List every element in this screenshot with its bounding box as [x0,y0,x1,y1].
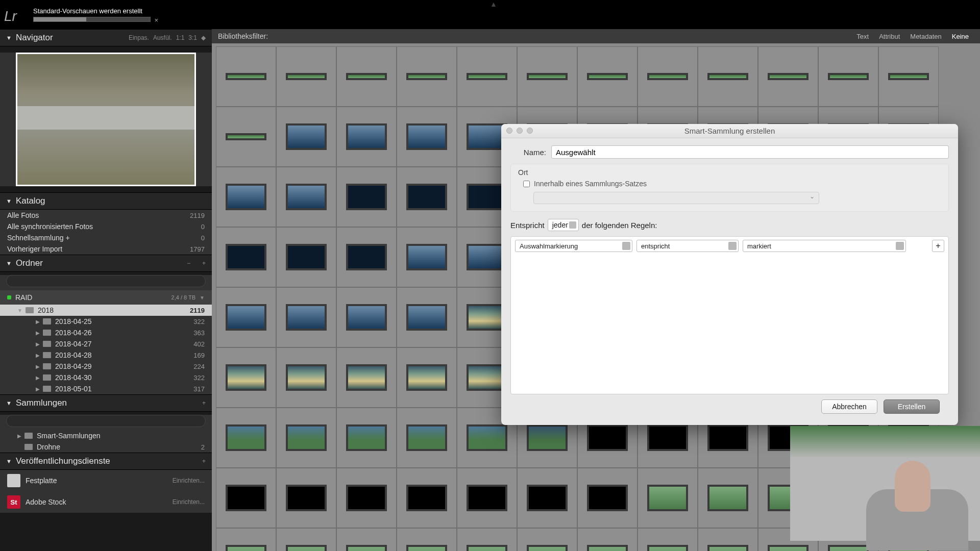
rule-operator-select[interactable]: entspricht [636,240,739,252]
thumbnail-cell[interactable] [638,468,698,528]
catalog-item-previous[interactable]: Vorheriger Import1797 [0,243,212,255]
zoom-window-icon[interactable] [527,128,533,134]
zoom-more-icon[interactable]: ◆ [201,34,206,41]
catalog-item-synced[interactable]: Alle synchronisierten Fotos0 [0,221,212,232]
thumbnail-cell[interactable] [878,46,939,107]
catalog-item-all[interactable]: Alle Fotos2119 [0,210,212,221]
thumbnail-cell[interactable] [276,46,336,107]
thumbnail-cell[interactable] [216,227,276,287]
thumbnail-cell[interactable] [397,46,457,107]
zoom-1-1[interactable]: 1:1 [176,34,185,41]
thumbnail-cell[interactable] [276,408,336,468]
collection-search-input[interactable] [6,415,206,427]
folders-panel-header[interactable]: ▼ Ordner − + [0,255,212,272]
catalog-item-quick[interactable]: Schnellsammlung +0 [0,232,212,243]
zoom-fit[interactable]: Einpas. [129,34,149,41]
thumbnail-cell[interactable] [216,408,276,468]
cancel-task-icon[interactable]: × [154,16,158,24]
disclosure-icon[interactable]: ▶ [36,330,40,336]
folder-item[interactable]: ▶2018-04-25322 [0,316,212,327]
thumbnail-cell[interactable] [397,528,457,551]
filter-metadata[interactable]: Metadaten [910,33,941,40]
thumbnail-cell[interactable] [216,347,276,408]
thumbnail-cell[interactable] [336,167,397,227]
thumbnail-cell[interactable] [276,107,336,167]
folder-item[interactable]: ▶2018-04-26363 [0,327,212,338]
collections-panel-header[interactable]: ▼ Sammlungen + [0,394,212,412]
close-window-icon[interactable] [506,128,512,134]
thumbnail-cell[interactable] [698,46,758,107]
thumbnail-cell[interactable] [216,167,276,227]
publish-service-adobestock[interactable]: St Adobe Stock Einrichten... [0,491,212,513]
folder-root[interactable]: ▼ 2018 2119 [0,305,212,316]
cancel-button[interactable]: Abbrechen [821,399,877,414]
thumbnail-cell[interactable] [397,287,457,347]
collection-drone[interactable]: ▶Drohne2 [0,441,212,453]
dialog-titlebar[interactable]: Smart-Sammlung erstellen [501,124,958,138]
create-button[interactable]: Erstellen [884,399,940,414]
add-folder-icon[interactable]: + [202,260,206,267]
thumbnail-cell[interactable] [336,287,397,347]
thumbnail-cell[interactable] [397,347,457,408]
folder-item[interactable]: ▶2018-05-01317 [0,383,212,394]
thumbnail-cell[interactable] [577,528,638,551]
setup-link[interactable]: Einrichten... [173,498,205,506]
add-service-icon[interactable]: + [202,458,206,465]
folder-search-input[interactable] [6,275,206,287]
thumbnail-cell[interactable] [457,528,517,551]
filter-attribute[interactable]: Attribut [879,33,900,40]
thumbnail-cell[interactable] [216,468,276,528]
thumbnail-cell[interactable] [397,107,457,167]
disclosure-icon[interactable]: ▼ [17,308,22,313]
zoom-fill[interactable]: Ausfül. [153,34,172,41]
disclosure-icon[interactable]: ▶ [17,433,21,439]
thumbnail-cell[interactable] [397,167,457,227]
thumbnail-cell[interactable] [397,227,457,287]
thumbnail-cell[interactable] [457,46,517,107]
thumbnail-cell[interactable] [397,468,457,528]
name-input[interactable] [551,145,949,159]
thumbnail-cell[interactable] [276,528,336,551]
thumbnail-cell[interactable] [216,287,276,347]
thumbnail-cell[interactable] [336,408,397,468]
inside-set-checkbox[interactable] [523,181,530,187]
folder-item[interactable]: ▶2018-04-30322 [0,372,212,383]
thumbnail-cell[interactable] [336,468,397,528]
thumbnail-cell[interactable] [216,528,276,551]
thumbnail-cell[interactable] [276,347,336,408]
thumbnail-cell[interactable] [758,46,818,107]
folder-item[interactable]: ▶2018-04-28169 [0,349,212,361]
disclosure-icon[interactable]: ▶ [36,386,40,392]
thumbnail-cell[interactable] [216,46,276,107]
thumbnail-cell[interactable] [276,468,336,528]
filter-none[interactable]: Keine [952,33,969,40]
remove-folder-icon[interactable]: − [187,260,190,267]
thumbnail-cell[interactable] [638,528,698,551]
minimize-window-icon[interactable] [517,128,523,134]
match-mode-select[interactable]: jeder [548,219,579,231]
collection-set-select[interactable] [533,192,819,204]
thumbnail-cell[interactable] [457,468,517,528]
disclosure-icon[interactable]: ▶ [36,375,40,381]
publish-panel-header[interactable]: ▼ Veröffentlichungsdienste + [0,453,212,470]
thumbnail-cell[interactable] [336,227,397,287]
thumbnail-cell[interactable] [698,528,758,551]
zoom-3-1[interactable]: 3:1 [188,34,197,41]
disclosure-icon[interactable]: ▶ [36,364,40,369]
filter-text[interactable]: Text [856,33,869,40]
folder-item[interactable]: ▶2018-04-27402 [0,338,212,349]
thumbnail-cell[interactable] [577,46,638,107]
rule-field-select[interactable]: Auswahlmarkierung [515,240,632,252]
thumbnail-cell[interactable] [818,46,878,107]
thumbnail-cell[interactable] [336,107,397,167]
thumbnail-cell[interactable] [276,287,336,347]
navigator-preview[interactable] [16,53,196,186]
rule-value-select[interactable]: markiert [743,240,906,252]
thumbnail-cell[interactable] [517,528,577,551]
thumbnail-cell[interactable] [698,468,758,528]
thumbnail-cell[interactable] [276,227,336,287]
thumbnail-cell[interactable] [397,408,457,468]
collection-smart[interactable]: ▶Smart-Sammlungen [0,430,212,441]
navigator-zoom-tools[interactable]: Einpas. Ausfül. 1:1 3:1 ◆ [129,34,206,41]
volume-menu-icon[interactable]: ▼ [200,295,205,300]
